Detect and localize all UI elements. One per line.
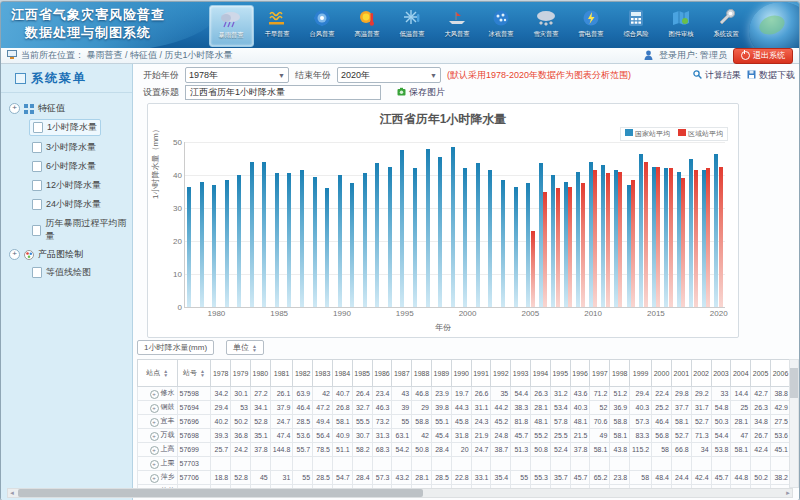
table-header-1982[interactable]: 1982 [293, 360, 313, 387]
table-header-1978[interactable]: 1978 [211, 360, 231, 387]
table-header-1988[interactable]: 1988 [412, 360, 432, 387]
table-header-1983[interactable]: 1983 [313, 360, 333, 387]
x-tick-label: 2010 [580, 309, 606, 318]
expand-icon[interactable]: + [9, 249, 20, 260]
legend-entry[interactable]: 区域站平均 [678, 129, 723, 139]
table-header-1990[interactable]: 1990 [451, 360, 471, 387]
tree-item-label: 3小时降水量 [46, 141, 96, 154]
table-header-1985[interactable]: 1985 [352, 360, 372, 387]
table-header-1987[interactable]: 1987 [392, 360, 412, 387]
row-expand-icon[interactable]: + [150, 418, 159, 427]
table-header-站点[interactable]: 站点▲▼ [138, 360, 178, 387]
table-header-站号[interactable]: 站号▲▼ [177, 360, 211, 387]
legend-entry[interactable]: 国家站平均 [625, 129, 670, 139]
table-header-2004[interactable]: 2004 [731, 360, 751, 387]
tree-item-历年暴雨过程平均雨量[interactable]: 历年暴雨过程平均雨量 [29, 216, 132, 244]
save-image-button[interactable]: 保存图片 [397, 86, 445, 99]
cell-value: 42.4 [751, 443, 771, 457]
table-header-1996[interactable]: 1996 [570, 360, 590, 387]
table-row[interactable]: +铜鼓5769429.45334.137.946.447.226.832.746… [138, 401, 791, 415]
nav-item-6[interactable]: 大风普查 [435, 5, 478, 47]
scroll-right-icon[interactable]: ► [784, 489, 792, 497]
table-header-1986[interactable]: 1986 [372, 360, 392, 387]
calculate-button[interactable]: 计算结果 [693, 69, 741, 82]
tree-item-6小时降水量[interactable]: 6小时降水量 [29, 159, 99, 174]
scroll-left-icon[interactable]: ◄ [8, 489, 16, 497]
station-table-wrap[interactable]: 站点▲▼站号▲▼19781979198019811982198319841985… [137, 359, 791, 488]
table-header-1980[interactable]: 1980 [250, 360, 270, 387]
row-expand-icon[interactable]: + [150, 474, 159, 483]
nav-item-7[interactable]: 冰雹普查 [480, 5, 523, 47]
table-header-1992[interactable]: 1992 [491, 360, 511, 387]
nav-item-4[interactable]: 高温普查 [345, 5, 388, 47]
station-name: 万载 [161, 431, 175, 438]
table-header-1979[interactable]: 1979 [231, 360, 251, 387]
table-header-1993[interactable]: 1993 [511, 360, 531, 387]
table-row[interactable]: +万载5769839.336.835.147.453.656.440.930.7… [138, 429, 791, 443]
table-header-2003[interactable]: 2003 [711, 360, 731, 387]
table-header-1998[interactable]: 1998 [610, 360, 630, 387]
cell-value: 31.3 [372, 429, 392, 443]
table-header-1999[interactable]: 1999 [630, 360, 652, 387]
table-header-1991[interactable]: 1991 [471, 360, 491, 387]
row-expand-icon[interactable]: + [150, 432, 159, 441]
tree-item-等值线绘图[interactable]: 等值线绘图 [29, 265, 94, 280]
bar-national-1979 [200, 182, 204, 307]
tree-item-1小时降水量[interactable]: 1小时降水量 [29, 119, 101, 136]
table-row[interactable]: +宜丰5769640.250.252.824.728.549.458.155.5… [138, 415, 791, 429]
table-row[interactable]: +修水5759834.230.127.226.163.94240.726.423… [138, 387, 791, 401]
nav-item-1[interactable]: 暴雨普查 [209, 5, 254, 47]
table-header-1989[interactable]: 1989 [431, 360, 451, 387]
tree-item-24小时降水量[interactable]: 24小时降水量 [29, 197, 104, 212]
row-expand-icon[interactable]: + [150, 460, 159, 469]
tree-item-12小时降水量[interactable]: 12小时降水量 [29, 178, 104, 193]
unit-box[interactable]: 1小时降水量(mm) [137, 340, 214, 355]
save-disk-icon [747, 70, 756, 81]
table-header-1994[interactable]: 1994 [531, 360, 551, 387]
tree-item-3小时降水量[interactable]: 3小时降水量 [29, 140, 99, 155]
table-header-2005[interactable]: 2005 [751, 360, 771, 387]
logout-button[interactable]: 退出系统 [733, 48, 793, 64]
table-row[interactable]: +萍乡5770618.852.845315528.554.728.457.343… [138, 471, 791, 485]
tree-group-1[interactable]: +特征值 [9, 102, 132, 115]
row-expand-icon[interactable]: + [150, 404, 159, 413]
table-row[interactable]: +上高5769925.724.237.8144.855.778.551.158.… [138, 443, 791, 457]
table-header-1984[interactable]: 1984 [332, 360, 352, 387]
earth-globe-graphic [749, 2, 799, 48]
bar-national-2012 [614, 170, 618, 307]
nav-item-2[interactable]: 干旱普查 [256, 5, 299, 47]
nav-item-9[interactable]: 雷电普查 [570, 5, 613, 47]
table-header-1981[interactable]: 1981 [270, 360, 293, 387]
tree-group-2[interactable]: +产品图绘制 [9, 248, 132, 261]
expand-icon[interactable]: + [9, 103, 20, 114]
row-expand-icon[interactable]: + [150, 446, 159, 455]
table-header-2002[interactable]: 2002 [691, 360, 711, 387]
row-expand-icon[interactable]: + [150, 390, 159, 399]
table-header-2001[interactable]: 2001 [671, 360, 691, 387]
end-year-select[interactable]: 2020年▼ [337, 67, 441, 83]
chart-title-input[interactable]: 江西省历年1小时降水量 [185, 85, 381, 100]
table-header-2006[interactable]: 2006 [770, 360, 790, 387]
table-header-1997[interactable]: 1997 [590, 360, 610, 387]
nav-item-10[interactable]: 综合风险 [614, 5, 657, 47]
cell-value: 55 [511, 471, 531, 485]
nav-item-8[interactable]: 雪灾普查 [525, 5, 568, 47]
table-header-1995[interactable]: 1995 [550, 360, 570, 387]
horizontal-scrollbar[interactable]: ◄ ► [7, 488, 793, 498]
nav-item-5[interactable]: 低温普查 [390, 5, 433, 47]
table-vertical-scrollbar[interactable] [789, 359, 799, 488]
nav-item-12[interactable]: 系统设置 [704, 5, 747, 47]
unit-dropdown[interactable]: 单位▲▼ [226, 340, 264, 355]
table-row[interactable]: +上栗57703 [138, 457, 791, 471]
cell-value: 31.8 [451, 429, 471, 443]
download-button[interactable]: 数据下载 [747, 69, 795, 82]
cell-value: 55 [293, 471, 313, 485]
nav-item-11[interactable]: 图件审核 [659, 5, 702, 47]
scrollbar-thumb[interactable] [18, 489, 423, 497]
cell-value: 42 [313, 387, 333, 401]
start-year-select[interactable]: 1978年▼ [185, 67, 289, 83]
nav-item-3[interactable]: 台风普查 [301, 5, 344, 47]
cell-value: 44.2 [491, 401, 511, 415]
bar-national-1990 [338, 175, 342, 307]
table-header-2000[interactable]: 2000 [652, 360, 672, 387]
